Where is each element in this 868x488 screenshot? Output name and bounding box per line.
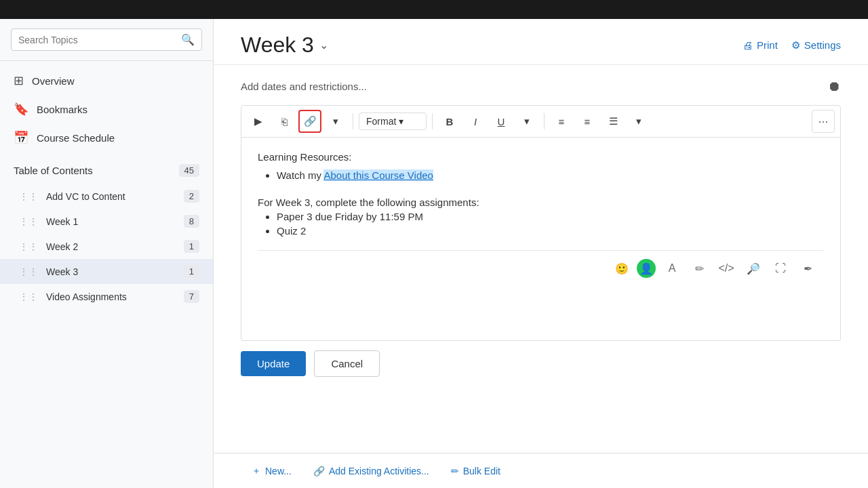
bullet1-prefix: Watch my bbox=[277, 169, 323, 181]
editor-list-item-1: Watch my About this Course Video bbox=[277, 169, 824, 181]
title-dropdown-icon[interactable]: ⌄ bbox=[319, 39, 328, 52]
toolbar-bold-button[interactable]: B bbox=[438, 110, 461, 133]
fullscreen-icon[interactable]: ⛶ bbox=[770, 258, 791, 279]
toolbar-link-button[interactable]: 🔗 bbox=[298, 110, 321, 133]
emoji-avatar: 🙂 bbox=[612, 259, 631, 278]
toc-item-week3-label: Week 3 bbox=[46, 266, 178, 277]
sidebar-item-bookmarks-label: Bookmarks bbox=[37, 104, 87, 115]
gear-icon: ⚙ bbox=[791, 39, 800, 52]
toolbar-divider-2 bbox=[432, 113, 433, 129]
drag-icon-week3: ⋮⋮ bbox=[19, 266, 38, 277]
pen-icon[interactable]: ✒ bbox=[797, 258, 818, 279]
toolbar-list-button[interactable]: ☰ bbox=[601, 110, 625, 133]
video-icon: ▶ bbox=[254, 115, 262, 127]
list-icon: ☰ bbox=[609, 115, 618, 127]
edit-icon: ✏ bbox=[451, 466, 459, 476]
toolbar-align-left-button[interactable]: ≡ bbox=[550, 110, 573, 133]
overview-icon: ⊞ bbox=[14, 73, 24, 88]
drag-icon: ⋮⋮ bbox=[19, 191, 38, 202]
editor-content[interactable]: Learning Resources: Watch my About this … bbox=[241, 138, 841, 341]
insert-icon: ⎗ bbox=[281, 116, 288, 127]
toolbar-video-button[interactable]: ▶ bbox=[247, 110, 270, 133]
page-title: Week 3 bbox=[241, 33, 314, 58]
underline-chevron-icon: ▾ bbox=[524, 115, 530, 127]
editor-heading-2: For Week 3, complete the following assig… bbox=[258, 195, 824, 211]
editor-container: Add dates and restrictions... ⏺ ▶ ⎗ 🔗 bbox=[214, 65, 868, 453]
toc-item-add-vc[interactable]: ⋮⋮ Add VC to Content 2 bbox=[0, 184, 213, 209]
italic-icon: I bbox=[474, 116, 477, 127]
footer-right: 🙂 👤 A ✏ </> 🔎 ⛶ ✒ bbox=[612, 258, 818, 279]
user-avatar: 👤 bbox=[637, 259, 656, 278]
main-content: Week 3 ⌄ 🖨 Print ⚙ Settings Add dates an… bbox=[214, 19, 868, 488]
toolbar-divider-1 bbox=[353, 113, 353, 129]
bulk-edit-label: Bulk Edit bbox=[463, 466, 500, 476]
toc-item-week1-badge: 8 bbox=[184, 215, 199, 228]
toc-label: Table of Contents bbox=[14, 165, 93, 176]
new-label: New... bbox=[265, 466, 292, 476]
dates-bar: Add dates and restrictions... ⏺ bbox=[241, 79, 841, 94]
drag-icon-week1: ⋮⋮ bbox=[19, 216, 38, 227]
align-center-icon: ≡ bbox=[585, 116, 591, 127]
toolbar-list-more-button[interactable]: ▾ bbox=[627, 110, 650, 133]
settings-button[interactable]: ⚙ Settings bbox=[791, 39, 841, 52]
toc-item-week3-badge: 1 bbox=[184, 265, 199, 278]
toolbar-more-insert-button[interactable]: ▾ bbox=[324, 110, 347, 133]
top-bar bbox=[0, 0, 868, 19]
font-icon[interactable]: A bbox=[661, 258, 683, 279]
toc-section-header[interactable]: Table of Contents 45 bbox=[0, 157, 213, 184]
toc-item-week1[interactable]: ⋮⋮ Week 1 8 bbox=[0, 209, 213, 234]
drag-icon-week2: ⋮⋮ bbox=[19, 241, 38, 252]
update-button[interactable]: Update bbox=[241, 351, 306, 376]
print-button[interactable]: 🖨 Print bbox=[743, 39, 778, 51]
code-icon[interactable]: </> bbox=[715, 258, 737, 279]
new-button[interactable]: ＋ New... bbox=[241, 453, 302, 488]
toc-item-week2[interactable]: ⋮⋮ Week 2 1 bbox=[0, 234, 213, 259]
cancel-button[interactable]: Cancel bbox=[314, 350, 380, 377]
printer-icon: 🖨 bbox=[743, 39, 753, 51]
list-chevron-icon: ▾ bbox=[636, 115, 642, 127]
toc-item-week1-label: Week 1 bbox=[46, 216, 178, 227]
editor-list-1: Watch my About this Course Video bbox=[258, 169, 824, 181]
toggle-icon[interactable]: ⏺ bbox=[827, 79, 841, 94]
editor-heading-1: Learning Resources: bbox=[258, 151, 824, 163]
highlight-icon[interactable]: ✏ bbox=[688, 258, 710, 279]
dates-placeholder[interactable]: Add dates and restrictions... bbox=[241, 81, 367, 92]
underline-icon: U bbox=[498, 116, 505, 127]
sidebar: 🔍 ⊞ Overview 🔖 Bookmarks 📅 Course Schedu… bbox=[0, 19, 214, 488]
editor-list-item-2: Paper 3 due Friday by 11:59 PM bbox=[277, 211, 824, 222]
sidebar-item-overview-label: Overview bbox=[32, 75, 75, 87]
format-label: Format bbox=[366, 116, 396, 127]
toc-item-week2-label: Week 2 bbox=[46, 241, 178, 252]
search-input[interactable] bbox=[18, 35, 176, 45]
toolbar-underline-button[interactable]: U bbox=[490, 110, 513, 133]
search-icon[interactable]: 🔍 bbox=[181, 33, 195, 46]
editor-footer: 🙂 👤 A ✏ </> 🔎 ⛶ ✒ bbox=[258, 250, 824, 286]
toolbar-align-center-button[interactable]: ≡ bbox=[576, 110, 599, 133]
header-actions: 🖨 Print ⚙ Settings bbox=[743, 39, 841, 52]
toolbar: ▶ ⎗ 🔗 ▾ Format ▾ bbox=[241, 105, 841, 138]
editor-list-item-3: Quiz 2 bbox=[277, 225, 824, 237]
toolbar-underline-more-button[interactable]: ▾ bbox=[515, 110, 538, 133]
toc-item-week3[interactable]: ⋮⋮ Week 3 1 bbox=[0, 259, 213, 284]
sidebar-item-course-schedule[interactable]: 📅 Course Schedule bbox=[0, 123, 213, 152]
add-existing-button[interactable]: 🔗 Add Existing Activities... bbox=[302, 453, 440, 488]
format-dropdown[interactable]: Format ▾ bbox=[359, 113, 427, 130]
bottom-bar: ＋ New... 🔗 Add Existing Activities... ✏ … bbox=[214, 453, 868, 488]
print-label: Print bbox=[757, 39, 778, 51]
sidebar-item-overview[interactable]: ⊞ Overview bbox=[0, 66, 213, 95]
toolbar-insert-button[interactable]: ⎗ bbox=[273, 110, 296, 133]
toolbar-italic-button[interactable]: I bbox=[464, 110, 487, 133]
sidebar-item-bookmarks[interactable]: 🔖 Bookmarks bbox=[0, 95, 213, 123]
toc-item-video-assignments[interactable]: ⋮⋮ Video Assignments 7 bbox=[0, 284, 213, 309]
bulk-edit-button[interactable]: ✏ Bulk Edit bbox=[440, 453, 511, 488]
nav-items: ⊞ Overview 🔖 Bookmarks 📅 Course Schedule bbox=[0, 61, 213, 157]
page-title-area: Week 3 ⌄ bbox=[241, 33, 328, 58]
search-container: 🔍 bbox=[0, 19, 213, 61]
settings-label: Settings bbox=[804, 39, 841, 51]
toolbar-more-button[interactable]: ··· bbox=[812, 110, 835, 133]
chain-icon: 🔗 bbox=[313, 466, 325, 476]
drag-icon-video: ⋮⋮ bbox=[19, 291, 38, 302]
bullet1-link[interactable]: About this Course Video bbox=[323, 169, 433, 181]
search-replace-icon[interactable]: 🔎 bbox=[743, 258, 764, 279]
ellipsis-icon: ··· bbox=[818, 115, 828, 129]
